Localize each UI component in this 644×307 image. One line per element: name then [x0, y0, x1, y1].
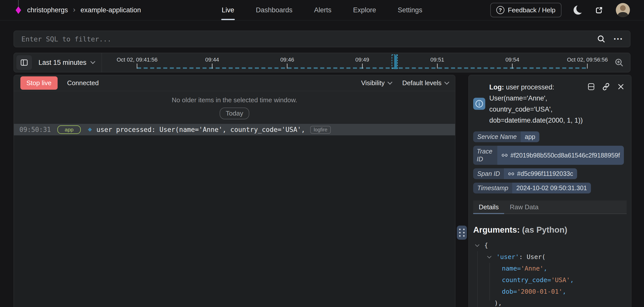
service-name-badge[interactable]: app [57, 125, 81, 134]
code-token: , [544, 265, 547, 272]
today-button[interactable]: Today [220, 108, 249, 119]
timeline-selected-spike[interactable] [392, 55, 398, 69]
timeline-zoom-in-icon[interactable] [614, 58, 624, 68]
attribute-value: #f2019b98b550cd8a61546c2f9188959f [497, 146, 624, 165]
timeline-tick: Oct 02, 09:41:56 [117, 53, 158, 69]
code-token: 'USA' [551, 276, 570, 284]
sql-filter-input[interactable] [14, 31, 630, 47]
attribute-pill-service-name[interactable]: Service Nameapp [473, 131, 539, 142]
visibility-dropdown[interactable]: Visibility [361, 79, 391, 87]
attribute-pill-span-id[interactable]: Span ID #d5c996f11192033c [473, 168, 577, 179]
code-line: dob='2000-01-01', [473, 286, 627, 297]
code-token: 'Anne' [521, 265, 543, 272]
code-token: { [484, 242, 488, 249]
dark-mode-toggle-icon[interactable] [574, 6, 583, 15]
code-token: name= [502, 265, 521, 272]
attribute-pills: Service NameappTrace ID #f2019b98b550cd8… [473, 131, 627, 193]
detail-header: Log: user processed: User(name='Anne', c… [473, 82, 627, 126]
timeline-tick-mark [437, 64, 437, 69]
split-view-icon[interactable] [587, 83, 595, 91]
code-token: : User( [519, 253, 545, 261]
attribute-value-text: app [525, 133, 535, 140]
nav-tab-alerts[interactable]: Alerts [314, 0, 331, 20]
timeline-tick: 09:44 [205, 53, 219, 69]
attribute-label: Trace ID [473, 146, 497, 165]
live-log-panel: Stop live Connected Visibility Default l… [14, 75, 455, 307]
detail-actions [587, 83, 625, 91]
logo-tail [18, 0, 19, 7]
timeline-tick-label: 09:51 [430, 57, 444, 63]
timeline-tick-mark [587, 64, 588, 69]
breadcrumb: christophergs › example-application [15, 0, 141, 20]
arguments-code-block: {'user': User(name='Anne',country_code='… [473, 240, 627, 307]
code-token: , [562, 288, 566, 295]
connection-status: Connected [67, 79, 99, 87]
timeline-tick-mark [362, 64, 363, 69]
detail-title: Log: user processed: User(name='Anne', c… [489, 82, 583, 126]
detail-tab-raw-data[interactable]: Raw Data [504, 200, 544, 214]
timeline-tick-label: Oct 02, 09:56:56 [567, 57, 608, 63]
arguments-mode: (as Python) [520, 225, 567, 234]
nav-tab-live[interactable]: Live [222, 0, 234, 20]
code-line: { [473, 240, 627, 251]
nav-tab-dashboards[interactable]: Dashboards [256, 0, 293, 20]
collapse-chevron-icon[interactable] [475, 243, 479, 247]
search-icon[interactable] [597, 34, 606, 43]
detail-tabs: DetailsRaw Data [473, 200, 627, 214]
code-token: '2000-01-01' [517, 288, 562, 295]
list-empty-area [14, 135, 455, 307]
timeline-tick: 09:49 [355, 53, 369, 69]
live-log-toolbar: Stop live Connected Visibility Default l… [14, 75, 455, 91]
timeline-tick-mark [137, 64, 137, 69]
collapse-chevron-icon[interactable] [487, 254, 492, 259]
stop-live-button[interactable]: Stop live [20, 76, 58, 90]
feedback-help-button[interactable]: ? Feedback / Help [490, 3, 561, 17]
nav-tab-settings[interactable]: Settings [398, 0, 422, 20]
breadcrumb-org[interactable]: christophergs [27, 6, 68, 14]
question-circle-icon: ? [496, 6, 504, 14]
timeline-tick-label: 09:49 [355, 57, 369, 63]
user-avatar[interactable] [616, 3, 630, 17]
main-content: Stop live Connected Visibility Default l… [14, 75, 644, 307]
app-root: christophergs › example-application Live… [0, 0, 644, 307]
timeline-track[interactable]: Oct 02, 09:41:5609:4409:4609:4909:5109:5… [137, 53, 587, 72]
log-message: user processed: User(name='Anne', countr… [96, 126, 305, 133]
code-line: country_code='USA', [473, 274, 627, 286]
copy-link-icon[interactable] [602, 83, 610, 91]
link-icon [501, 152, 508, 159]
logfire-logo[interactable] [15, 0, 22, 20]
breadcrumb-project[interactable]: example-application [80, 6, 141, 14]
filter-more-menu[interactable]: ••• [614, 36, 623, 42]
panel-resize-handle[interactable] [457, 226, 467, 240]
top-navbar: christophergs › example-application Live… [0, 0, 644, 20]
time-range-picker[interactable]: Last 15 minutes [38, 59, 95, 67]
code-line: ), [473, 297, 627, 307]
feedback-help-label: Feedback / Help [508, 6, 555, 14]
sidebar-toggle-button[interactable] [16, 55, 32, 70]
default-levels-dropdown[interactable]: Default levels [402, 79, 449, 87]
scope-badge[interactable]: logfire [310, 126, 331, 134]
log-row-selected[interactable]: 09:50:31 app user processed: User(name='… [14, 124, 455, 135]
timeline-tick: 09:54 [505, 53, 519, 69]
attribute-pill-trace-id[interactable]: Trace ID #f2019b98b550cd8a61546c2f918895… [473, 146, 624, 165]
attribute-value: #d5c996f11192033c [504, 168, 577, 179]
attribute-value: app [521, 131, 539, 142]
time-range-label: Last 15 minutes [38, 59, 87, 67]
close-icon[interactable] [617, 83, 625, 90]
main-nav: LiveDashboardsAlertsExploreSettings [222, 0, 422, 20]
attribute-value-text: 2024-10-02 09:50:31.301 [516, 184, 587, 192]
timeline-tick-mark [512, 64, 513, 69]
share-link-icon[interactable] [595, 6, 604, 15]
nav-tab-explore[interactable]: Explore [353, 0, 376, 20]
info-level-icon [473, 98, 485, 110]
detail-title-kind: Log: [489, 83, 504, 91]
chevron-down-icon [387, 80, 392, 85]
arguments-heading: Arguments: (as Python) [473, 225, 627, 235]
detail-tab-details[interactable]: Details [473, 200, 504, 214]
code-line: 'user': User( [473, 251, 627, 263]
sql-filter-bar: ••• [14, 31, 630, 47]
breadcrumb-separator-icon: › [73, 5, 75, 14]
attribute-pill-timestamp[interactable]: Timestamp2024-10-02 09:50:31.301 [473, 183, 591, 193]
timeline-separator [102, 53, 102, 72]
link-icon [508, 171, 514, 177]
